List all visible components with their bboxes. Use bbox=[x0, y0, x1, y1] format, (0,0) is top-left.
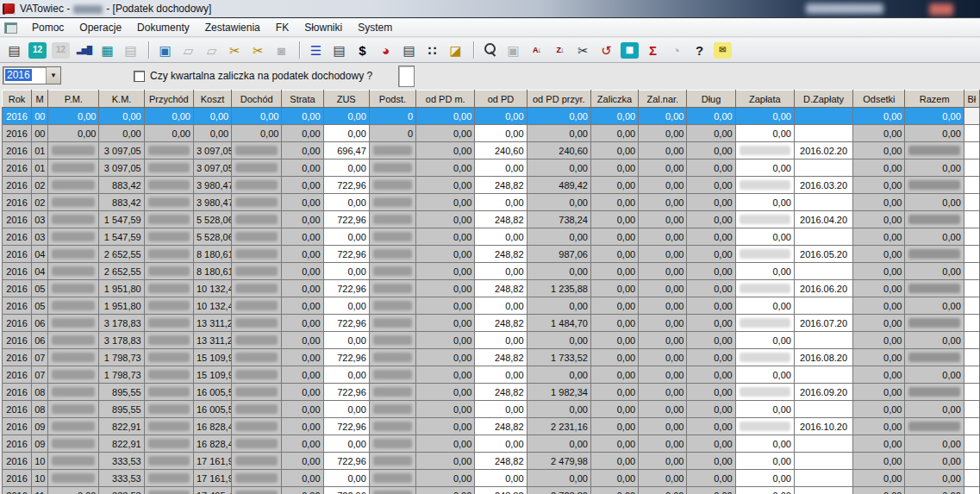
cell-razem[interactable]: 0,00 bbox=[905, 401, 964, 418]
calculator-icon[interactable]: ▦ bbox=[621, 42, 639, 59]
cell-data[interactable] bbox=[794, 194, 852, 211]
cell-zapl[interactable] bbox=[735, 349, 794, 366]
cell-ods[interactable]: 0,00 bbox=[853, 159, 905, 177]
cell-rok[interactable]: 2016 bbox=[3, 159, 32, 177]
cell-km[interactable]: 333,53 bbox=[99, 470, 144, 487]
currency-icon[interactable]: $ bbox=[352, 41, 373, 60]
cell-b[interactable] bbox=[964, 142, 979, 159]
cell-przyr[interactable]: 2 728,80 bbox=[527, 487, 590, 494]
cell-odpd[interactable]: 0,00 bbox=[475, 194, 527, 211]
cell-pm[interactable]: 0,00 bbox=[48, 125, 99, 142]
cell-m[interactable]: 07 bbox=[32, 366, 48, 384]
cut-icon[interactable]: ✂ bbox=[572, 41, 594, 60]
cell-data[interactable] bbox=[794, 108, 852, 125]
cell-zapl[interactable]: 0,00 bbox=[735, 470, 794, 487]
cell-ods[interactable]: 0,00 bbox=[853, 228, 905, 246]
cell-przyr[interactable]: 0,00 bbox=[527, 159, 590, 177]
cell-strata[interactable]: 0,00 bbox=[282, 332, 323, 349]
cell-zus[interactable]: 0,00 bbox=[323, 263, 369, 280]
calendar-icon[interactable]: 12 bbox=[28, 42, 47, 59]
cell-odpd[interactable]: 248,82 bbox=[475, 246, 527, 263]
cell-strata[interactable]: 0,00 bbox=[282, 211, 323, 228]
cell-zalnar[interactable]: 0,00 bbox=[639, 435, 687, 453]
cell-doch[interactable] bbox=[232, 384, 282, 401]
cell-przyr[interactable]: 1 235,88 bbox=[527, 280, 590, 297]
cell-rok[interactable]: 2016 bbox=[3, 280, 32, 297]
cell-odpd[interactable]: 0,00 bbox=[475, 435, 527, 453]
col-header-razem[interactable]: Razem bbox=[905, 91, 964, 108]
cell-dlug[interactable]: 0,00 bbox=[687, 435, 735, 453]
cell-zalnar[interactable]: 0,00 bbox=[639, 228, 687, 246]
cell-prz[interactable] bbox=[144, 142, 193, 159]
cell-dlug[interactable]: 0,00 bbox=[687, 315, 735, 332]
cell-dlug[interactable]: 0,00 bbox=[687, 418, 735, 435]
cell-rok[interactable]: 2016 bbox=[3, 142, 32, 159]
cell-zal[interactable]: 0,00 bbox=[590, 349, 638, 366]
cell-doch[interactable] bbox=[232, 401, 282, 418]
cell-data[interactable]: 2016.07.20 bbox=[794, 315, 852, 332]
cell-pm[interactable] bbox=[48, 435, 99, 453]
cell-data[interactable] bbox=[794, 228, 852, 246]
cell-rok[interactable]: 2016 bbox=[3, 263, 32, 280]
cell-strata[interactable]: 0,00 bbox=[282, 349, 323, 366]
table-row[interactable]: 2016042 652,558 180,610,00722,960,00248,… bbox=[3, 246, 980, 263]
cell-zal[interactable]: 0,00 bbox=[590, 177, 638, 194]
cell-koszt[interactable]: 17 495,49 bbox=[193, 487, 231, 494]
col-header-zalnar[interactable]: Zal.nar. bbox=[639, 91, 687, 108]
cell-m[interactable]: 07 bbox=[32, 349, 48, 366]
cell-odpd[interactable]: 248,82 bbox=[475, 418, 527, 435]
cell-strata[interactable]: 0,00 bbox=[282, 418, 323, 435]
folder-open-alt-icon[interactable]: ▱ bbox=[201, 41, 222, 60]
cell-przyr[interactable]: 2 479,98 bbox=[527, 453, 590, 470]
eraser-icon[interactable]: ◪ bbox=[445, 41, 466, 60]
table-row[interactable]: 2016000,000,000,000,000,000,000,0000,000… bbox=[3, 108, 980, 125]
cell-przyr[interactable]: 987,06 bbox=[527, 246, 590, 263]
cell-ods[interactable]: 0,00 bbox=[853, 211, 905, 228]
cell-data[interactable]: 2016.10.20 bbox=[794, 418, 852, 435]
cell-przyr[interactable]: 2 231,16 bbox=[527, 418, 590, 435]
table-row[interactable]: 2016000,000,000,000,000,000,000,0000,000… bbox=[3, 125, 980, 142]
cell-data[interactable] bbox=[794, 366, 852, 384]
cell-przyr[interactable]: 0,00 bbox=[527, 470, 590, 487]
cell-zal[interactable]: 0,00 bbox=[590, 108, 638, 125]
cell-podst[interactable] bbox=[369, 349, 415, 366]
cell-zalnar[interactable]: 0,00 bbox=[639, 108, 687, 125]
cell-zapl[interactable]: 0,00 bbox=[735, 487, 794, 494]
quarterly-advance-checkbox[interactable] bbox=[134, 71, 145, 82]
cell-przyr[interactable]: 240,60 bbox=[527, 142, 590, 159]
cell-dlug[interactable]: 0,00 bbox=[687, 349, 735, 366]
cell-doch[interactable] bbox=[232, 177, 282, 194]
cell-podst[interactable] bbox=[369, 401, 415, 418]
cell-dlug[interactable]: 0,00 bbox=[687, 177, 735, 194]
cell-odpdm[interactable]: 0,00 bbox=[416, 435, 475, 453]
cell-razem[interactable] bbox=[905, 246, 964, 263]
cell-dlug[interactable]: 0,00 bbox=[687, 332, 735, 349]
table-row[interactable]: 2016013 097,053 097,050,000,000,000,000,… bbox=[3, 159, 980, 177]
cell-koszt[interactable]: 15 109,97 bbox=[193, 366, 231, 384]
cell-podst[interactable]: 0 bbox=[369, 125, 415, 142]
cell-m[interactable]: 06 bbox=[32, 332, 48, 349]
col-header-odpd[interactable]: od PD bbox=[475, 91, 527, 108]
cell-pm[interactable] bbox=[48, 280, 99, 297]
copy-icon[interactable]: ▣ bbox=[154, 41, 176, 60]
cell-odpd[interactable]: 248,82 bbox=[475, 453, 527, 470]
help-icon[interactable]: ? bbox=[689, 41, 710, 60]
cell-dlug[interactable]: 0,00 bbox=[687, 194, 735, 211]
cell-koszt[interactable]: 16 005,52 bbox=[193, 401, 231, 418]
cell-b[interactable] bbox=[964, 315, 979, 332]
cell-razem[interactable]: 0,00 bbox=[905, 263, 964, 280]
cell-zal[interactable]: 0,00 bbox=[590, 159, 638, 177]
cell-m[interactable]: 02 bbox=[32, 177, 48, 194]
col-header-rok[interactable]: Rok bbox=[3, 91, 32, 108]
cell-podst[interactable] bbox=[369, 246, 415, 263]
cell-rok[interactable]: 2016 bbox=[3, 108, 32, 125]
cell-podst[interactable] bbox=[369, 418, 415, 435]
cell-ods[interactable]: 0,00 bbox=[853, 125, 905, 142]
cell-prz[interactable] bbox=[144, 177, 193, 194]
cell-odpd[interactable]: 0,00 bbox=[475, 159, 527, 177]
cell-zus[interactable]: 722,96 bbox=[323, 280, 369, 297]
cell-pm[interactable] bbox=[48, 366, 99, 384]
cell-zus[interactable]: 0,00 bbox=[323, 297, 369, 315]
mdi-child-icon[interactable] bbox=[4, 22, 17, 34]
cell-km[interactable]: 0,00 bbox=[99, 108, 144, 125]
